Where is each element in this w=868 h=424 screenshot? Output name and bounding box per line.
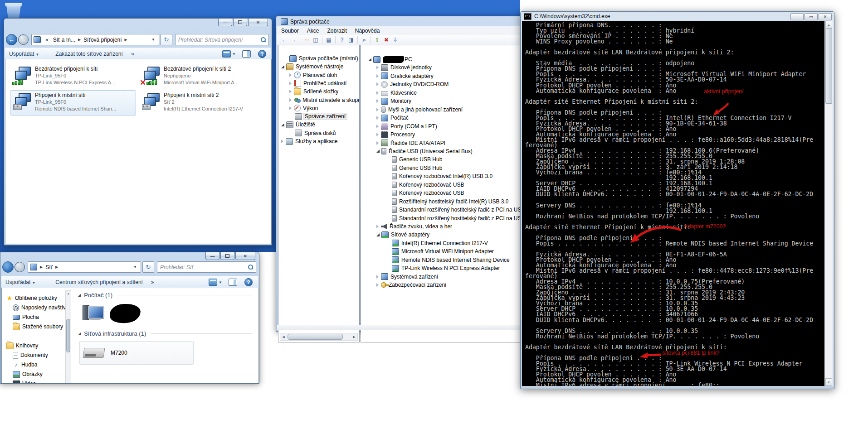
toolbar-more-button[interactable]: » <box>127 51 138 57</box>
breadcrumb-segment[interactable]: Síťová připojení <box>81 37 124 43</box>
minimize-button[interactable]: — <box>218 19 232 26</box>
expand-arrow-icon[interactable] <box>289 82 292 85</box>
expand-arrow-icon[interactable] <box>376 82 379 86</box>
folder-icon[interactable]: ▱ <box>302 36 311 44</box>
sidebar-item-videos[interactable]: Videa <box>13 380 71 384</box>
device-tree-item[interactable]: TP-Link Wireless N PCI Express Adapter <box>361 264 547 272</box>
expand-arrow-icon[interactable] <box>376 91 379 95</box>
sidebar-item-recent[interactable]: ◷Naposledy navštívené <box>13 304 71 312</box>
update-driver-icon[interactable]: ⇧ <box>373 36 381 44</box>
sidebar-item-music[interactable]: ♪Hudba <box>13 361 71 369</box>
forward-icon[interactable]: → <box>289 36 297 44</box>
device-tree-item[interactable]: Jednotky DVD/CD-ROM <box>361 80 547 88</box>
expand-arrow-icon[interactable] <box>376 74 379 78</box>
scroll-up-icon[interactable]: ▲ <box>825 21 832 29</box>
views-button[interactable] <box>209 279 217 286</box>
group-header-infrastructure[interactable]: ◢ Síťová infrastruktura (1) <box>78 330 252 337</box>
expand-arrow-icon[interactable] <box>376 116 379 120</box>
minimize-button[interactable]: — <box>790 13 804 20</box>
maximize-button[interactable]: ▭ <box>805 13 818 20</box>
device-tree-item[interactable]: Klávesnice <box>361 89 547 97</box>
chevron-down-icon[interactable]: ▼ <box>219 280 222 284</box>
expand-arrow-icon[interactable] <box>376 133 379 136</box>
console-tree-item[interactable]: Sdílené složky <box>278 87 359 96</box>
console-tree-item[interactable]: Výkon <box>278 104 359 112</box>
collapse-triangle-icon[interactable]: ◢ <box>78 332 81 336</box>
device-tree-item[interactable]: Řadiče zvuku, videa a her <box>361 222 547 231</box>
scroll-left-icon[interactable]: ◀ <box>280 334 287 340</box>
expand-arrow-icon[interactable] <box>376 275 379 279</box>
device-tree-item[interactable]: Standardní rozšířený hostitelský řadič z… <box>361 206 547 214</box>
maximize-button[interactable] <box>220 252 234 260</box>
menu-item-zobrazit[interactable]: Zobrazit <box>323 28 351 34</box>
menu-item-soubor[interactable]: Soubor <box>277 28 303 34</box>
breadcrumb-arrow-icon[interactable]: ▶ <box>55 265 59 269</box>
address-bar[interactable]: « Síť a In... ▶ Síťová připojení ▶ ▼ <box>31 34 159 45</box>
console-tree-item[interactable]: Plánovač úloh <box>278 71 359 79</box>
forward-button[interactable]: → <box>15 262 25 272</box>
toolbar-more-button[interactable]: » <box>147 279 158 285</box>
chevron-down-icon[interactable]: ▼ <box>232 52 236 56</box>
uninstall-device-icon[interactable]: ✖ <box>382 36 390 44</box>
device-tree-item[interactable]: Řadiče IDE ATA/ATAPI <box>361 139 547 147</box>
sidebar-item-downloads[interactable]: Stažené soubory <box>13 323 71 331</box>
console-tree-item[interactable]: Správa disků <box>278 129 359 137</box>
expand-arrow-icon[interactable] <box>376 225 379 228</box>
sidebar-item-desktop[interactable]: Plocha <box>13 313 71 321</box>
organize-menu[interactable]: Uspořádat▼ <box>1 279 39 285</box>
help-button[interactable]: ? <box>258 50 266 58</box>
breadcrumb-arrow-icon[interactable]: ▶ <box>124 38 128 42</box>
sidebar-item-documents[interactable]: Dokumenty <box>13 351 71 359</box>
device-tree-item[interactable]: Síťové adaptéry <box>361 231 547 239</box>
expand-arrow-icon[interactable] <box>376 125 379 128</box>
search-input[interactable]: Prohledat: Síť <box>157 261 256 273</box>
collapse-arrow-icon[interactable] <box>281 65 284 68</box>
device-tree-item[interactable]: Microsoft Virtual WiFi Miniport Adapter <box>361 247 547 255</box>
console-tree-item[interactable]: Systémové nástroje <box>278 63 359 71</box>
expand-arrow-icon[interactable] <box>289 90 292 93</box>
sidebar-item-pictures[interactable]: Obrázky <box>13 370 71 378</box>
device-tree-item[interactable]: Počítač <box>361 114 547 122</box>
address-bar[interactable]: ▶ Síť ▶ ▼ <box>28 261 141 273</box>
help-icon[interactable]: ? <box>338 36 346 44</box>
computer-item[interactable] <box>82 304 154 327</box>
console-tree-item[interactable]: Správce zařízení <box>278 112 359 120</box>
expand-arrow-icon[interactable] <box>289 98 292 102</box>
scrollbar-thumb[interactable] <box>66 319 70 352</box>
device-tree-item[interactable]: Myši a jiná polohovací zařízení <box>361 106 547 114</box>
disable-device-button[interactable]: Zakázat toto síťové zařízení <box>51 51 127 57</box>
breadcrumb-arrow-icon[interactable]: ▶ <box>78 38 81 42</box>
scroll-up-icon[interactable]: ▲ <box>66 291 71 296</box>
refresh-button[interactable]: ↻ <box>142 261 154 273</box>
network-center-button[interactable]: Centrum síťových připojení a sdílení <box>51 279 147 285</box>
close-button[interactable]: ✕ <box>819 13 832 20</box>
views-button[interactable] <box>222 50 231 58</box>
refresh-button[interactable]: ↻ <box>161 34 172 45</box>
collapse-arrow-icon[interactable] <box>281 123 284 126</box>
preview-pane-button[interactable] <box>229 279 237 286</box>
device-tree-item[interactable]: Grafické adaptéry <box>361 72 547 80</box>
address-dropdown-icon[interactable]: ▼ <box>132 265 139 269</box>
forward-button[interactable]: → <box>18 34 29 45</box>
maximize-button[interactable] <box>233 19 247 26</box>
back-button[interactable]: ← <box>2 261 14 273</box>
sidebar-scrollbar[interactable]: ▲ <box>65 290 71 384</box>
menu-item-nápověda[interactable]: Nápověda <box>351 28 384 34</box>
preview-pane-button[interactable] <box>242 50 251 58</box>
scrollbar-thumb[interactable] <box>288 334 343 340</box>
device-tree-item[interactable]: Řadiče USB (Universal Serial Bus) <box>361 147 547 155</box>
cmd-title-bar[interactable]: C:\ C:\Windows\system32\cmd.exe <box>521 12 834 21</box>
expand-arrow-icon[interactable] <box>289 73 292 77</box>
connection-item[interactable]: Bezdrátové připojení k sítiTP-Link_95F0T… <box>10 64 136 89</box>
address-dropdown-icon[interactable]: ▼ <box>150 38 157 42</box>
device-tree-item[interactable]: Zabezpečovací zařízení <box>361 281 547 289</box>
sidebar-item-star[interactable]: ★Oblíbené položky <box>6 294 64 302</box>
device-tree-item[interactable]: Porty (COM a LPT) <box>361 122 547 130</box>
cmd-scrollbar[interactable]: ▲ ▼ <box>824 21 833 386</box>
export-list-icon[interactable]: ▤ <box>325 36 333 44</box>
sidebar-item-libraries[interactable]: Knihovny <box>6 342 64 350</box>
connection-item[interactable]: Připojení k místní síti 2Síť 2Intel(R) E… <box>139 90 265 116</box>
collapse-arrow-icon[interactable] <box>368 58 371 61</box>
console-tree-item[interactable]: Místní uživatelé a skupiny <box>278 96 359 104</box>
organize-menu[interactable]: Uspořádat▼ <box>5 51 43 57</box>
